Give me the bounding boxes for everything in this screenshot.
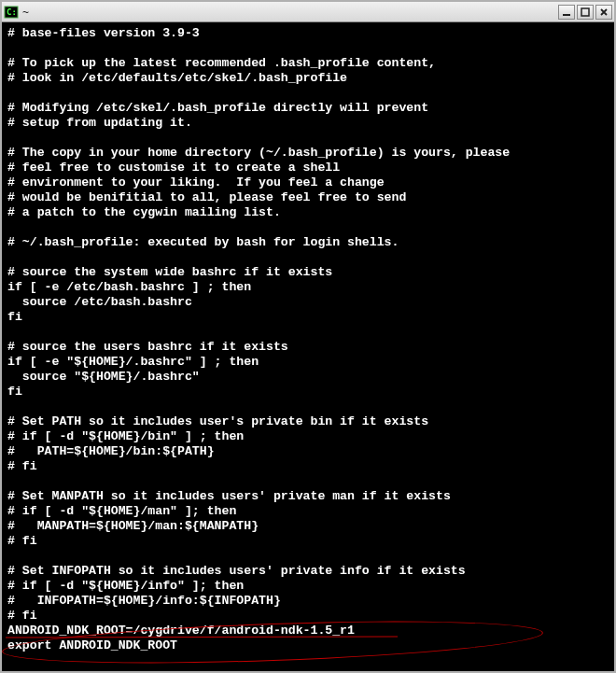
terminal-line: # The copy in your home directory (~/.ba… — [7, 146, 609, 161]
terminal-line — [7, 549, 609, 564]
titlebar[interactable]: C: ~ — [2, 2, 614, 22]
minimize-button[interactable] — [558, 5, 575, 20]
svg-rect-3 — [581, 8, 589, 16]
terminal-line: # if [ -d "${HOME}/man" ]; then — [7, 504, 609, 519]
terminal-line: if [ -e /etc/bash.bashrc ] ; then — [7, 280, 609, 295]
terminal-line: # source the system wide bashrc if it ex… — [7, 265, 609, 280]
terminal-line: export ANDROID_NDK_ROOT — [7, 638, 609, 653]
terminal-line — [7, 474, 609, 489]
terminal-line: # setup from updating it. — [7, 116, 609, 131]
terminal-line: source /etc/bash.bashrc — [7, 295, 609, 310]
app-icon: C: — [4, 5, 19, 20]
terminal-line: fi — [7, 310, 609, 325]
terminal-line — [7, 86, 609, 101]
terminal-line: if [ -e "${HOME}/.bashrc" ] ; then — [7, 355, 609, 370]
terminal-line — [7, 250, 609, 265]
terminal-line: # environment to your liking. If you fee… — [7, 175, 609, 190]
terminal-line: # MANPATH=${HOME}/man:${MANPATH} — [7, 519, 609, 534]
window-controls — [558, 5, 612, 20]
window-title: ~ — [22, 6, 558, 19]
terminal-line: # look in /etc/defaults/etc/skel/.bash_p… — [7, 71, 609, 86]
close-button[interactable] — [595, 5, 612, 20]
terminal-line: # fi — [7, 534, 609, 549]
terminal-line — [7, 220, 609, 235]
terminal-line: # fi — [7, 459, 609, 474]
svg-rect-2 — [563, 14, 570, 16]
terminal-line: # fi — [7, 609, 609, 624]
terminal-line: # To pick up the latest recommended .bas… — [7, 56, 609, 71]
terminal-line: # if [ -d "${HOME}/info" ]; then — [7, 579, 609, 594]
terminal-line — [7, 41, 609, 56]
svg-text:C:: C: — [7, 7, 17, 17]
terminal-line: # base-files version 3.9-3 — [7, 26, 609, 41]
terminal-line: fi — [7, 385, 609, 400]
terminal-line — [7, 325, 609, 340]
terminal-line: # a patch to the cygwin mailing list. — [7, 205, 609, 220]
terminal-line: # feel free to customise it to create a … — [7, 161, 609, 175]
terminal-line: # Set INFOPATH so it includes users' pri… — [7, 564, 609, 579]
terminal-line: # PATH=${HOME}/bin:${PATH} — [7, 444, 609, 459]
terminal-line: ANDROID_NDK_ROOT=/cygdrive/f/android-ndk… — [7, 624, 609, 638]
terminal-line: # INFOPATH=${HOME}/info:${INFOPATH} — [7, 594, 609, 609]
terminal-line: # would be benifitial to all, please fee… — [7, 190, 609, 205]
terminal-line: # if [ -d "${HOME}/bin" ] ; then — [7, 429, 609, 444]
terminal-line: # Set MANPATH so it includes users' priv… — [7, 489, 609, 504]
terminal-window: C: ~ # base-files version 3.9-3 # To pic… — [0, 0, 616, 673]
terminal-line — [7, 131, 609, 146]
terminal-line: # ~/.bash_profile: executed by bash for … — [7, 235, 609, 250]
terminal-line — [7, 400, 609, 414]
terminal-line: # Set PATH so it includes user's private… — [7, 414, 609, 429]
terminal-line: # Modifying /etc/skel/.bash_profile dire… — [7, 101, 609, 116]
maximize-button[interactable] — [577, 5, 594, 20]
terminal-line: # source the users bashrc if it exists — [7, 340, 609, 355]
terminal-line: source "${HOME}/.bashrc" — [7, 370, 609, 385]
terminal-content[interactable]: # base-files version 3.9-3 # To pick up … — [2, 22, 614, 671]
